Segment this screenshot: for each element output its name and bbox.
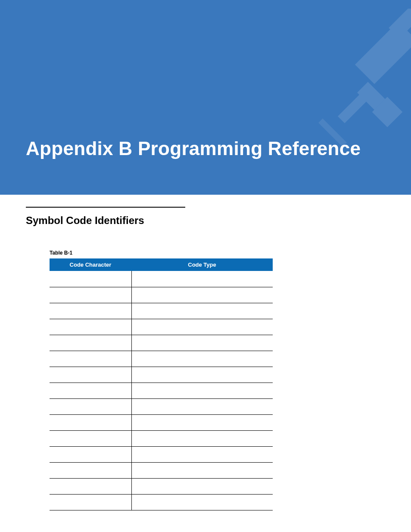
svg-rect-4 xyxy=(372,97,403,128)
cell-code-type xyxy=(131,383,273,398)
table-row xyxy=(50,335,273,351)
table-row xyxy=(50,446,273,462)
table-row xyxy=(50,319,273,335)
cell-code-type xyxy=(131,446,273,462)
cell-code-character xyxy=(50,446,131,462)
table-row xyxy=(50,430,273,446)
table-row xyxy=(50,494,273,510)
table-row xyxy=(50,367,273,383)
cell-code-character xyxy=(50,383,131,398)
cell-code-character xyxy=(50,335,131,351)
content-area: Symbol Code Identifiers Table B-1 Code C… xyxy=(0,195,411,510)
cell-code-character xyxy=(50,303,131,319)
cell-code-character xyxy=(50,494,131,510)
col-header-code-character: Code Character xyxy=(50,258,131,271)
cell-code-character xyxy=(50,462,131,478)
svg-marker-1 xyxy=(355,22,411,84)
cell-code-type xyxy=(131,398,273,414)
cell-code-type xyxy=(131,430,273,446)
cell-code-character xyxy=(50,271,131,287)
svg-marker-3 xyxy=(357,82,385,110)
table-row xyxy=(50,351,273,367)
cell-code-type xyxy=(131,367,273,383)
table-label: Table B-1 xyxy=(50,250,273,256)
cell-code-character xyxy=(50,430,131,446)
cell-code-type xyxy=(131,335,273,351)
cell-code-type xyxy=(131,271,273,287)
table-row xyxy=(50,271,273,287)
table-row xyxy=(50,287,273,303)
page-title: Appendix B Programming Reference xyxy=(26,138,361,159)
cell-code-type xyxy=(131,494,273,510)
table-row xyxy=(50,383,273,398)
table-row xyxy=(50,414,273,430)
cell-code-type xyxy=(131,287,273,303)
cell-code-type xyxy=(131,319,273,335)
table-row xyxy=(50,462,273,478)
table-row xyxy=(50,398,273,414)
cell-code-character xyxy=(50,478,131,494)
cell-code-character xyxy=(50,367,131,383)
section-rule xyxy=(26,207,185,208)
cell-code-type xyxy=(131,462,273,478)
hero-banner: Appendix B Programming Reference xyxy=(0,0,411,195)
table-row xyxy=(50,303,273,319)
table-wrap: Table B-1 Code Character Code Type xyxy=(50,250,273,510)
cell-code-character xyxy=(50,319,131,335)
cell-code-type xyxy=(131,303,273,319)
cell-code-type xyxy=(131,351,273,367)
cell-code-character xyxy=(50,398,131,414)
table-row xyxy=(50,478,273,494)
cell-code-type xyxy=(131,478,273,494)
cell-code-character xyxy=(50,414,131,430)
cell-code-type xyxy=(131,414,273,430)
symbol-code-table: Code Character Code Type xyxy=(50,258,273,510)
scanner-watermark-icon xyxy=(247,9,411,190)
svg-marker-0 xyxy=(338,91,370,123)
cell-code-character xyxy=(50,351,131,367)
section-title: Symbol Code Identifiers xyxy=(26,215,385,227)
svg-rect-2 xyxy=(389,9,411,38)
col-header-code-type: Code Type xyxy=(131,258,273,271)
cell-code-character xyxy=(50,287,131,303)
